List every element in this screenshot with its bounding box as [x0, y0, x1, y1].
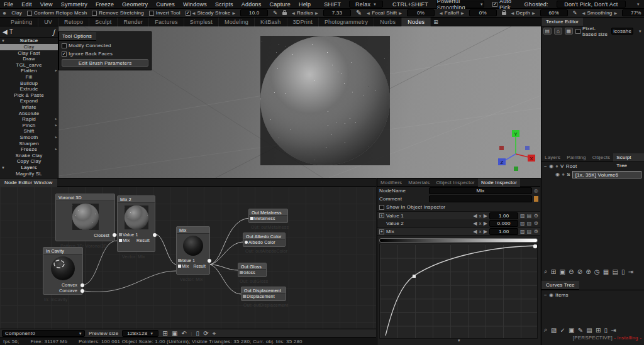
save-icon[interactable]: ▣	[172, 330, 178, 337]
settings-icon[interactable]: ⚙	[534, 229, 538, 234]
frame-all-icon[interactable]: ⌖	[213, 330, 216, 337]
steady-stroke-checkbox[interactable]: ✓ ◀ Steady Stroke ▶	[186, 10, 236, 16]
menu-windows[interactable]: Windows	[183, 1, 207, 8]
tab-materials[interactable]: Materials	[405, 178, 433, 187]
radius-value[interactable]: 7.33	[323, 9, 351, 16]
curve-control-point[interactable]	[413, 275, 416, 278]
tab-photogrammetry[interactable]: Photogrammetry	[319, 18, 374, 26]
menu-capture[interactable]: Capture	[270, 1, 291, 8]
comment-color-swatch[interactable]	[534, 196, 538, 202]
grid-icon[interactable]: ▦	[603, 268, 609, 275]
expand-icon[interactable]: +	[379, 229, 384, 234]
value2-input[interactable]: 0.000	[489, 220, 518, 227]
list-icon[interactable]: ▤	[527, 221, 532, 226]
volume-name-field[interactable]: [1x, 35K] Volume6	[572, 171, 641, 178]
curve-end-point[interactable]	[533, 244, 537, 248]
ghost-icon[interactable]: ●	[562, 172, 565, 177]
node-out-displacement[interactable]: Out Displacement Displacement	[241, 287, 286, 301]
edit-brush-parameters-button[interactable]: Edit Brush Parameters	[62, 59, 148, 67]
input-port[interactable]	[240, 271, 243, 274]
file-icon[interactable]: ▤	[543, 28, 552, 35]
sidebar-item-snake-clay[interactable]: Snake Clay	[0, 153, 58, 159]
visibility-eye-icon[interactable]: ◉	[555, 172, 560, 177]
curve-editor-icon[interactable]: ▨	[520, 221, 525, 226]
input-port[interactable]	[119, 233, 122, 236]
input-port[interactable]	[119, 239, 122, 242]
spin-left-icon[interactable]: ◀	[473, 221, 477, 226]
export-icon[interactable]: ⇥	[611, 327, 616, 334]
spin-left-icon[interactable]: ◀	[582, 11, 586, 15]
output-port[interactable]	[80, 289, 84, 293]
visibility-eye-icon[interactable]: ◉	[549, 292, 553, 298]
comment-input[interactable]	[429, 195, 532, 202]
menu-addons[interactable]: Addons	[242, 1, 262, 8]
tab-3dprint[interactable]: 3DPrint	[287, 18, 319, 26]
sidebar-item-freeze[interactable]: Freeze▸	[0, 146, 58, 153]
pattern-icon[interactable]: ▨	[551, 327, 557, 334]
file-icon[interactable]: ▤	[586, 327, 592, 334]
tab-painting[interactable]: Painting	[5, 18, 38, 26]
tab-retopo[interactable]: Retopo	[58, 18, 89, 26]
mix-input[interactable]: 1.00	[489, 228, 518, 235]
steady-stroke-value[interactable]: 10.0	[240, 9, 268, 16]
output-port[interactable]	[153, 233, 157, 237]
tab-kitbash[interactable]: KitBash	[255, 18, 287, 26]
modify-connected-checkbox[interactable]: Modify Connected	[62, 43, 148, 48]
tab-sculpt-tree[interactable]: Sculpt Tree	[613, 153, 644, 162]
menu-help[interactable]: Help	[299, 1, 311, 8]
ignore-back-faces-checkbox[interactable]: ✓ Ignore Back Faces	[62, 51, 148, 57]
tab-painting-objects[interactable]: Painting	[564, 153, 589, 162]
sidebar-item-clay-fast[interactable]: Clay Fast	[0, 50, 58, 57]
node-title[interactable]: Out Gloss	[238, 263, 266, 270]
depth-value[interactable]: 60%	[540, 9, 568, 16]
spin-right-icon[interactable]: ▶	[399, 11, 402, 15]
file-icon[interactable]: ▤	[612, 268, 618, 275]
undo-icon[interactable]: ↶	[182, 330, 187, 337]
sidebar-item-pinch[interactable]: Pinch▸	[0, 123, 58, 129]
menu-edit[interactable]: Edit	[21, 1, 31, 8]
focal-shift-spinner[interactable]: ◀ Focal Shift ▶	[367, 10, 402, 16]
input-port[interactable]	[243, 295, 246, 298]
delete-icon[interactable]: ▯	[604, 327, 608, 334]
spin-right-icon[interactable]: ▶	[484, 229, 487, 234]
conform-retopo-checkbox[interactable]: Conform Retopo Mesh	[27, 10, 87, 16]
tab-modeling[interactable]: Modeling	[219, 18, 255, 26]
spin-left-icon[interactable]: ◀	[473, 229, 477, 234]
input-port[interactable]	[178, 265, 181, 268]
search-icon[interactable]: ⌕	[544, 268, 548, 275]
tab-objects[interactable]: Objects	[589, 153, 614, 162]
collapse-icon[interactable]: −	[544, 292, 547, 298]
node-out-albedo-color[interactable]: Out Albedo Color Albedo Color	[243, 233, 286, 247]
pen-icon[interactable]: ✎	[356, 9, 362, 17]
sidebar-item-flatten[interactable]: Flatten▸	[0, 68, 58, 74]
tab-nodes[interactable]: Nodes	[402, 18, 431, 26]
tool-options-tab[interactable]: Tool Options	[59, 32, 96, 41]
brush-sphere-icon[interactable]: ●	[3, 9, 6, 16]
input-port[interactable]	[245, 241, 248, 244]
sculpt-tree-root-row[interactable]: − ◉ ● V Root	[541, 162, 644, 170]
spin-left-icon[interactable]: ◀	[440, 11, 443, 15]
sidebar-item-pick-paste[interactable]: Pick & Paste	[0, 92, 58, 99]
sidebar-item-buildup[interactable]: Buildup	[0, 80, 58, 87]
node-mix[interactable]: Mix Value 1 Result Mix	[176, 226, 210, 275]
duplicate-icon[interactable]: ▣	[559, 268, 565, 275]
node-title[interactable]: Out Metalness	[249, 209, 287, 216]
tab-factures[interactable]: Factures	[149, 18, 184, 26]
duplicate-icon[interactable]: ▣	[569, 327, 575, 334]
curves-tree-tab[interactable]: Curves Tree	[541, 281, 579, 290]
spin-right-icon[interactable]: ▶	[461, 11, 464, 15]
pen-icon[interactable]: ✎	[573, 10, 577, 16]
curve-cursor-marker[interactable]: ▾	[458, 338, 460, 343]
delete-icon[interactable]: ▯	[621, 268, 625, 275]
nodename-input[interactable]: Mix	[429, 187, 532, 194]
output-port[interactable]	[113, 233, 116, 237]
tab-uv[interactable]: UV	[38, 18, 58, 26]
node-mix-2[interactable]: Mix 2 Value 1 Result Mix	[117, 195, 155, 252]
sidebar-item-clay[interactable]: Clay	[0, 44, 58, 50]
surface-section-header[interactable]: ▼ Surface	[0, 38, 58, 44]
list-icon[interactable]: ▤	[527, 213, 532, 219]
sidebar-item-tgl-carve[interactable]: TGL_carve	[0, 62, 58, 68]
chevron-down-icon[interactable]: ▼	[638, 30, 642, 33]
smoothing-value[interactable]: 77%	[622, 9, 644, 16]
pick-node-icon[interactable]: ◎	[534, 188, 538, 194]
